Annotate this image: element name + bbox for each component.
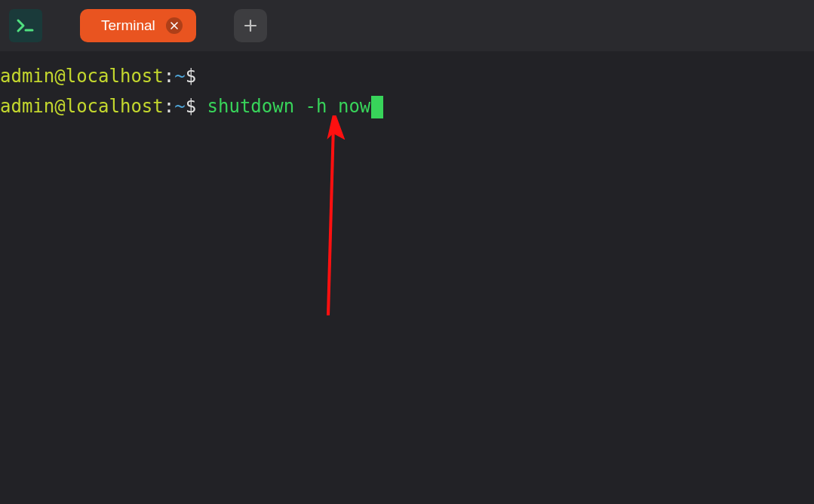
annotation-arrow-icon [322,115,346,319]
prompt-colon: : [164,92,174,122]
prompt-path: ~ [174,62,185,92]
titlebar: Terminal [0,0,814,51]
terminal-app-icon[interactable] [9,9,42,42]
new-tab-button[interactable] [234,9,267,42]
terminal-line: admin@localhost:~$ shutdown -h now [0,92,814,122]
terminal-body[interactable]: admin@localhost:~$ admin@localhost:~$ sh… [0,51,814,504]
tab-terminal[interactable]: Terminal [80,9,196,42]
prompt-path: ~ [174,92,185,122]
tab-close-button[interactable] [166,17,183,34]
prompt-user-host: admin@localhost [0,62,164,92]
prompt-colon: : [164,62,174,92]
prompt-symbol: $ [186,92,207,122]
tab-label: Terminal [101,17,155,34]
terminal-line: admin@localhost:~$ [0,62,814,92]
command-text: shutdown -h now [207,92,371,122]
cursor-icon [371,96,383,118]
svg-line-6 [328,124,333,315]
prompt-symbol: $ [186,62,207,92]
prompt-user-host: admin@localhost [0,92,164,122]
